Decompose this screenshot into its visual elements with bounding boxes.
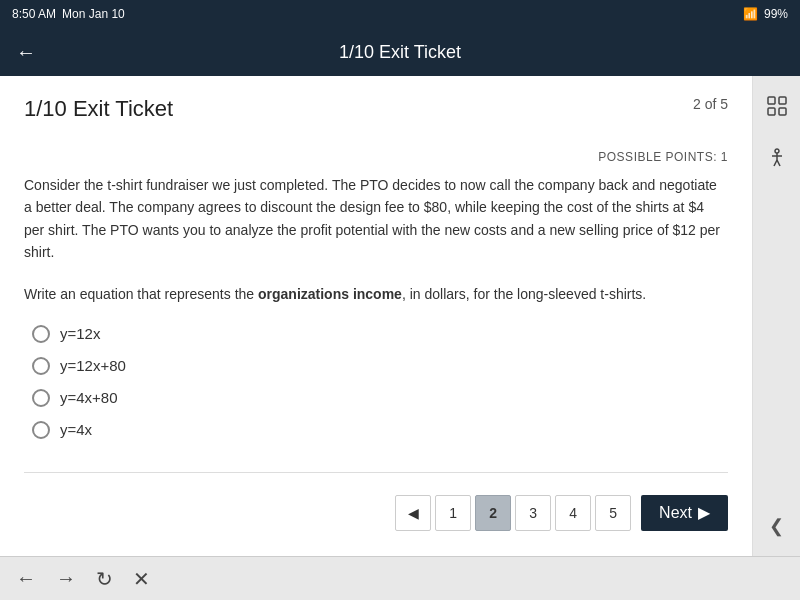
status-bar: 8:50 AM Mon Jan 10 📶 99% (0, 0, 800, 28)
browser-back-icon[interactable]: ← (16, 567, 36, 590)
right-sidebar: ❮ (752, 76, 800, 556)
option-b-label: y=12x+80 (60, 357, 126, 374)
svg-point-4 (775, 149, 779, 153)
chevron-left-icon: ❮ (769, 515, 784, 537)
page-4-label: 4 (569, 505, 577, 521)
radio-d[interactable] (32, 421, 50, 439)
status-date: Mon Jan 10 (62, 7, 125, 21)
back-icon: ← (16, 41, 36, 63)
svg-line-7 (774, 160, 777, 166)
page-1-label: 1 (449, 505, 457, 521)
prev-icon: ◀ (408, 505, 419, 521)
page-5-label: 5 (609, 505, 617, 521)
page-3-button[interactable]: 3 (515, 495, 551, 531)
app-header: ← 1/10 Exit Ticket (0, 28, 800, 76)
status-left: 8:50 AM Mon Jan 10 (12, 7, 125, 21)
prompt-bold: organizations income (258, 286, 402, 302)
page-2-label: 2 (489, 505, 497, 521)
back-button[interactable]: ← (16, 41, 36, 64)
browser-bar: ← → ↻ ✕ (0, 556, 800, 600)
svg-rect-3 (779, 108, 786, 115)
page-2-button[interactable]: 2 (475, 495, 511, 531)
question-body: Consider the t-shirt fundraiser we just … (24, 174, 728, 264)
option-c[interactable]: y=4x+80 (32, 389, 728, 407)
svg-rect-1 (779, 97, 786, 104)
collapse-sidebar-button[interactable]: ❮ (759, 508, 795, 544)
next-icon: ▶ (698, 503, 710, 522)
write-prompt: Write an equation that represents the or… (24, 284, 728, 305)
status-time: 8:50 AM (12, 7, 56, 21)
svg-rect-0 (768, 97, 775, 104)
title-row: 1/10 Exit Ticket 2 of 5 (24, 96, 728, 138)
page-4-button[interactable]: 4 (555, 495, 591, 531)
option-c-label: y=4x+80 (60, 389, 118, 406)
prev-page-button[interactable]: ◀ (395, 495, 431, 531)
option-a[interactable]: y=12x (32, 325, 728, 343)
battery-status: 99% (764, 7, 788, 21)
header-title: 1/10 Exit Ticket (339, 42, 461, 63)
wifi-icon: 📶 (743, 7, 758, 21)
radio-c[interactable] (32, 389, 50, 407)
browser-refresh-icon[interactable]: ↻ (96, 567, 113, 591)
prompt-suffix: , in dollars, for the long-sleeved t-shi… (402, 286, 646, 302)
grid-icon[interactable] (759, 88, 795, 124)
possible-points: POSSIBLE POINTS: 1 (24, 150, 728, 164)
option-d[interactable]: y=4x (32, 421, 728, 439)
page-1-button[interactable]: 1 (435, 495, 471, 531)
option-d-label: y=4x (60, 421, 92, 438)
option-a-label: y=12x (60, 325, 100, 342)
next-label: Next (659, 504, 692, 522)
page-title: 1/10 Exit Ticket (24, 96, 173, 122)
radio-a[interactable] (32, 325, 50, 343)
browser-forward-icon[interactable]: → (56, 567, 76, 590)
page-counter: 2 of 5 (693, 96, 728, 112)
prompt-prefix: Write an equation that represents the (24, 286, 258, 302)
question-area: POSSIBLE POINTS: 1 Consider the t-shirt … (24, 150, 728, 472)
main-content: 1/10 Exit Ticket 2 of 5 POSSIBLE POINTS:… (0, 76, 800, 556)
svg-line-8 (777, 160, 780, 166)
option-b[interactable]: y=12x+80 (32, 357, 728, 375)
next-button[interactable]: Next ▶ (641, 495, 728, 531)
answer-options: y=12x y=12x+80 y=4x+80 y=4x (32, 325, 728, 439)
status-right: 📶 99% (743, 7, 788, 21)
radio-b[interactable] (32, 357, 50, 375)
page-5-button[interactable]: 5 (595, 495, 631, 531)
accessibility-icon[interactable] (759, 140, 795, 176)
svg-rect-2 (768, 108, 775, 115)
page-3-label: 3 (529, 505, 537, 521)
browser-close-icon[interactable]: ✕ (133, 567, 150, 591)
pagination-bar: ◀ 1 2 3 4 5 Next ▶ (24, 472, 728, 540)
content-area: 1/10 Exit Ticket 2 of 5 POSSIBLE POINTS:… (0, 76, 752, 556)
